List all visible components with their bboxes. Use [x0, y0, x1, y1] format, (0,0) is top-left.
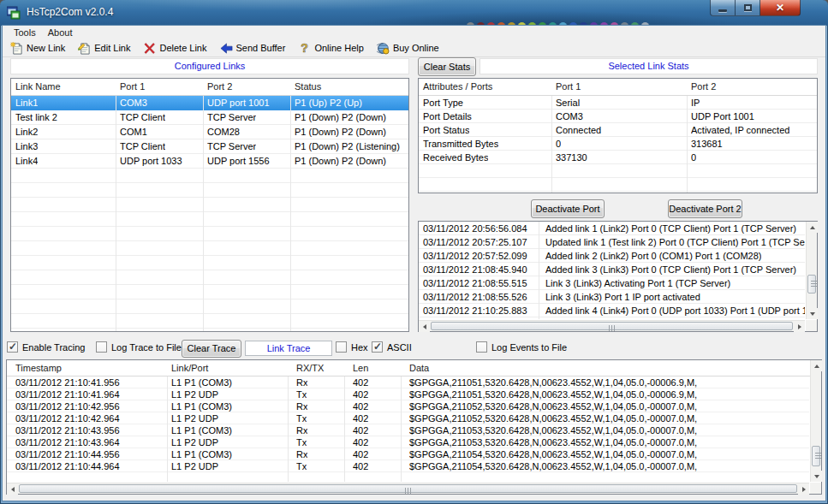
checkbox-icon	[96, 341, 107, 353]
buy-online-label: Buy Online	[393, 43, 439, 53]
scroll-left-icon[interactable]	[420, 324, 426, 329]
minimize-button[interactable]	[710, 0, 736, 16]
trace-vscrollbar[interactable]	[810, 360, 821, 482]
col-attributes: Attributes / Ports	[423, 81, 492, 92]
col-stats-port1: Port 1	[556, 81, 581, 92]
close-button[interactable]: ✕	[760, 0, 801, 16]
trace-vthumb[interactable]	[812, 446, 820, 466]
scrollbar-corner	[810, 483, 821, 494]
hex-label: Hex	[351, 342, 368, 353]
link-stats-header: Attributes / Ports Port 1 Port 2	[419, 79, 817, 96]
scrollbar-corner	[806, 320, 817, 331]
delete-link-label: Delete Link	[159, 43, 206, 53]
hex-checkbox[interactable]: Hex	[336, 341, 368, 353]
menu-tools[interactable]: Tools	[8, 27, 42, 39]
send-buffer-icon	[220, 42, 233, 55]
grid-line	[116, 96, 116, 331]
online-help-button[interactable]: ? Online Help	[295, 40, 369, 56]
clear-stats-button[interactable]: Clear Stats	[418, 57, 476, 76]
maximize-icon	[744, 4, 752, 11]
trace-name-field[interactable]: Link Trace	[245, 341, 332, 356]
event-row[interactable]: 03/11/2012 20:57:52.099 Added link 2 (Li…	[419, 249, 805, 263]
link-row[interactable]: Test link 2 TCP Client TCP Server P1 (Do…	[11, 110, 408, 125]
link-row[interactable]: Link1 COM3 UDP port 1001 P1 (Up) P2 (Up)	[11, 96, 408, 110]
send-buffer-label: Send Buffer	[236, 43, 286, 53]
checkbox-icon	[372, 341, 383, 353]
event-row[interactable]: 03/11/2012 21:10:25.883 Added link 4 (Li…	[419, 304, 805, 317]
trace-row[interactable]: 03/11/2012 21:10:42.956 L1 P1 (COM3) Rx …	[7, 400, 809, 412]
link-row[interactable]: Link2 COM1 COM28 P1 (Down) P2 (Down)	[11, 125, 408, 139]
event-log-vscrollbar[interactable]	[806, 222, 817, 319]
log-trace-checkbox[interactable]: Log Trace to File	[96, 341, 182, 353]
grid-line	[551, 96, 552, 193]
scroll-up-icon[interactable]	[810, 223, 815, 229]
event-row[interactable]: 03/11/2012 20:56:56.084 Added link 1 (Li…	[419, 222, 805, 235]
buy-online-button[interactable]: Buy Online	[373, 40, 445, 56]
trace-table: Timestamp Link/Port RX/TX Len Data 03/11…	[6, 359, 822, 495]
buy-online-icon	[377, 42, 390, 55]
stats-row: Port Details COM3 UDP Port 1001	[419, 110, 817, 123]
delete-link-button[interactable]: Delete Link	[140, 40, 212, 56]
stats-row: Port Type Serial IP	[419, 96, 817, 110]
trace-table-body: 03/11/2012 21:10:41.956 L1 P1 (COM3) Rx …	[7, 377, 809, 482]
title-bar: HsTcp2Com v2.0.4 ✕	[0, 0, 828, 26]
trace-hthumb[interactable]	[19, 484, 797, 493]
link-row[interactable]: Link4 UDP port 1033 UDP port 1556 P1 (Do…	[11, 154, 408, 169]
new-link-label: New Link	[27, 43, 65, 53]
configured-links-body: Link1 COM3 UDP port 1001 P1 (Up) P2 (Up)…	[11, 96, 408, 331]
event-log-vthumb[interactable]	[807, 275, 816, 294]
enable-tracing-checkbox[interactable]: Enable Tracing	[7, 341, 85, 353]
scroll-left-icon[interactable]	[9, 487, 15, 492]
enable-tracing-label: Enable Tracing	[22, 342, 85, 353]
trace-row[interactable]: 03/11/2012 21:10:42.964 L1 P2 UDP Tx 402…	[7, 412, 809, 424]
edit-link-button[interactable]: Edit Link	[74, 40, 136, 56]
col-data: Data	[409, 363, 429, 373]
app-icon	[7, 6, 21, 20]
col-status: Status	[295, 81, 321, 92]
event-log-hthumb[interactable]	[431, 322, 793, 330]
event-row[interactable]: 03/11/2012 21:08:55.515 Link 3 (Link3) A…	[419, 276, 805, 290]
checkbox-icon	[336, 341, 347, 353]
event-row[interactable]: 03/11/2012 21:08:45.940 Added link 3 (Li…	[419, 263, 805, 276]
configured-links-table: Link Name Port 1 Port 2 Status Link1 COM…	[10, 78, 409, 332]
stats-row: Port Status Connected Activated, IP conn…	[419, 123, 817, 137]
scroll-right-icon[interactable]	[802, 487, 808, 492]
trace-row[interactable]: 03/11/2012 21:10:43.964 L1 P2 UDP Tx 402…	[7, 436, 809, 448]
log-events-checkbox[interactable]: Log Events to File	[476, 341, 567, 353]
send-buffer-button[interactable]: Send Buffer	[217, 40, 292, 56]
trace-row[interactable]: 03/11/2012 21:10:41.956 L1 P1 (COM3) Rx …	[7, 377, 809, 388]
scroll-down-icon[interactable]	[810, 312, 815, 318]
event-row[interactable]: 03/11/2012 20:57:25.107 Updated link 1 (…	[419, 235, 805, 249]
app-body: Tools About New Link	[3, 26, 825, 501]
scroll-down-icon[interactable]	[814, 475, 819, 481]
trace-row[interactable]: 03/11/2012 21:10:41.964 L1 P2 UDP Tx 402…	[7, 388, 809, 400]
app-window: HsTcp2Com v2.0.4 ✕ Tools About New Link	[0, 0, 828, 504]
link-stats-body: Port Type Serial IP Port Details COM3 UD…	[419, 96, 817, 193]
new-link-button[interactable]: New Link	[7, 40, 71, 56]
col-link-port: Link/Port	[171, 363, 208, 373]
trace-hscrollbar[interactable]	[7, 483, 809, 494]
stats-row: Transmitted Bytes 0 313681	[419, 137, 817, 151]
scroll-up-icon[interactable]	[814, 362, 819, 368]
event-log-hscrollbar[interactable]	[419, 320, 805, 331]
scroll-right-icon[interactable]	[798, 324, 804, 329]
grid-line	[288, 377, 289, 482]
trace-row[interactable]: 03/11/2012 21:10:44.956 L1 P1 (COM3) Rx …	[7, 448, 809, 460]
col-stats-port2: Port 2	[691, 81, 716, 92]
link-row[interactable]: Link3 TCP Client TCP Server P1 (Down) P2…	[11, 139, 408, 154]
col-len: Len	[353, 363, 368, 373]
clear-trace-button[interactable]: Clear Trace	[182, 340, 241, 358]
ascii-checkbox[interactable]: ASCII	[372, 341, 412, 353]
deactivate-port2-button[interactable]: Deactivate Port 2	[668, 199, 742, 218]
grid-line	[539, 222, 539, 319]
menu-about[interactable]: About	[42, 27, 79, 39]
configured-links-title: Configured Links	[10, 58, 409, 74]
new-link-icon	[10, 42, 23, 55]
deactivate-port1-button[interactable]: Deactivate Port 1	[531, 199, 605, 218]
trace-row[interactable]: 03/11/2012 21:10:44.964 L1 P2 UDP Tx 402…	[7, 460, 809, 472]
delete-link-icon	[143, 42, 156, 55]
event-row[interactable]: 03/11/2012 21:08:55.526 Link 3 (Link3) P…	[419, 290, 805, 304]
event-log: 03/11/2012 20:56:56.084 Added link 1 (Li…	[418, 221, 818, 332]
maximize-button[interactable]	[736, 0, 760, 16]
trace-row[interactable]: 03/11/2012 21:10:43.956 L1 P1 (COM3) Rx …	[7, 424, 809, 436]
